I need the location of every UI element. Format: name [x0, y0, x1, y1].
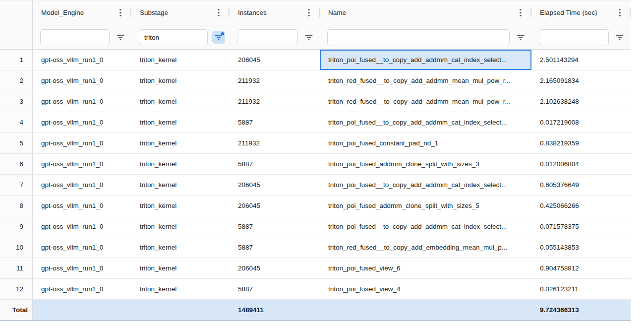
total-cell-name — [320, 300, 531, 320]
cell-model_engine[interactable]: gpt-oss_vllm_run1_0 — [33, 91, 131, 112]
cell-model_engine[interactable]: gpt-oss_vllm_run1_0 — [33, 154, 131, 174]
cell-elapsed[interactable]: 0.026123211 — [531, 279, 631, 299]
instances-filter-button[interactable] — [302, 31, 315, 44]
cell-model_engine[interactable]: gpt-oss_vllm_run1_0 — [33, 112, 131, 132]
cell-elapsed[interactable]: 0.904758812 — [531, 258, 631, 278]
cell-substage[interactable]: triton_kernel — [131, 237, 230, 258]
cell-model_engine[interactable]: gpt-oss_vllm_run1_0 — [33, 237, 131, 258]
cell-elapsed[interactable]: 0.055143853 — [531, 237, 631, 258]
cell-instances[interactable]: 206045 — [230, 196, 320, 216]
cell-elapsed[interactable]: 0.605376649 — [531, 175, 631, 195]
filter-cell-substage — [131, 25, 230, 49]
filter-lines-icon — [616, 34, 624, 41]
cell-substage[interactable]: triton_kernel — [131, 112, 230, 132]
instances-filter-input[interactable] — [237, 29, 298, 45]
model_engine-filter-input[interactable] — [40, 29, 110, 45]
cell-instances[interactable]: 5887 — [230, 237, 320, 258]
table-body: 1gpt-oss_vllm_run1_0triton_kernel206045t… — [0, 50, 631, 300]
cell-model_engine[interactable]: gpt-oss_vllm_run1_0 — [33, 175, 131, 195]
rownum-filter-cell — [0, 25, 33, 49]
cell-name[interactable]: triton_poi_fused_view_6 — [320, 258, 531, 278]
cell-elapsed[interactable]: 0.012006804 — [531, 154, 631, 174]
cell-model_engine[interactable]: gpt-oss_vllm_run1_0 — [33, 196, 131, 216]
cell-name[interactable]: triton_poi_fused__to_copy_add_addmm_cat_… — [320, 216, 531, 237]
model_engine-filter-button[interactable] — [114, 31, 127, 44]
cell-model_engine[interactable]: gpt-oss_vllm_run1_0 — [33, 279, 131, 299]
cell-elapsed[interactable]: 0.838219359 — [531, 133, 631, 153]
cell-instances[interactable]: 5887 — [230, 112, 320, 132]
column-menu-button[interactable] — [308, 8, 310, 17]
cell-name[interactable]: triton_poi_fused_addmm_clone_split_with_… — [320, 196, 531, 216]
row-number: 3 — [0, 91, 33, 112]
cell-instances[interactable]: 5887 — [230, 279, 320, 299]
cell-instances[interactable]: 211932 — [230, 91, 320, 112]
cell-elapsed[interactable]: 0.071578375 — [531, 216, 631, 237]
cell-instances[interactable]: 206045 — [230, 50, 320, 70]
total-cell-substage — [131, 300, 230, 320]
filter-row — [0, 25, 631, 50]
cell-model_engine[interactable]: gpt-oss_vllm_run1_0 — [33, 70, 131, 91]
column-header-instances[interactable]: Instances — [230, 0, 320, 25]
cell-model_engine[interactable]: gpt-oss_vllm_run1_0 — [33, 258, 131, 278]
cell-name-selected[interactable]: triton_poi_fused__to_copy_add_addmm_cat_… — [320, 50, 531, 70]
cell-instances[interactable]: 211932 — [230, 133, 320, 153]
kebab-vertical-icon — [119, 8, 121, 17]
cell-substage[interactable]: triton_kernel — [131, 50, 230, 70]
cell-elapsed[interactable]: 0.017219608 — [531, 112, 631, 132]
column-menu-button[interactable] — [119, 8, 121, 17]
filter-cell-name — [320, 25, 531, 49]
total-label: Total — [0, 300, 33, 320]
cell-instances[interactable]: 206045 — [230, 258, 320, 278]
cell-instances[interactable]: 211932 — [230, 70, 320, 91]
cell-model_engine[interactable]: gpt-oss_vllm_run1_0 — [33, 50, 131, 70]
cell-name[interactable]: triton_poi_fused_constant_pad_nd_1 — [320, 133, 531, 153]
total-cell-model_engine — [33, 300, 131, 320]
cell-substage[interactable]: triton_kernel — [131, 133, 230, 153]
name-filter-input[interactable] — [327, 29, 510, 45]
column-header-substage[interactable]: Substage — [131, 0, 230, 25]
cell-name[interactable]: triton_red_fused__to_copy_add_addmm_mean… — [320, 91, 531, 112]
cell-model_engine[interactable]: gpt-oss_vllm_run1_0 — [33, 216, 131, 237]
cell-elapsed[interactable]: 2.501143294 — [531, 50, 631, 70]
cell-instances[interactable]: 5887 — [230, 154, 320, 174]
cell-elapsed[interactable]: 2.165091834 — [531, 70, 631, 91]
cell-name[interactable]: triton_poi_fused__to_copy_add_addmm_cat_… — [320, 175, 531, 195]
column-separator[interactable] — [630, 8, 631, 17]
cell-substage[interactable]: triton_kernel — [131, 216, 230, 237]
column-menu-button[interactable] — [218, 8, 220, 17]
cell-elapsed[interactable]: 2.102638248 — [531, 91, 631, 112]
cell-name[interactable]: triton_red_fused__to_copy_add_embedding_… — [320, 237, 531, 258]
substage-filter-button[interactable] — [212, 31, 225, 44]
kebab-vertical-icon — [520, 8, 522, 17]
column-header-elapsed[interactable]: Elapsed Time (sec) — [531, 0, 631, 25]
cell-name[interactable]: triton_poi_fused__to_copy_add_addmm_cat_… — [320, 112, 531, 132]
substage-filter-input[interactable] — [139, 29, 208, 45]
elapsed-filter-button[interactable] — [613, 31, 626, 44]
row-number: 7 — [0, 175, 33, 195]
cell-substage[interactable]: triton_kernel — [131, 196, 230, 216]
table-row: 11gpt-oss_vllm_run1_0triton_kernel206045… — [0, 258, 631, 279]
cell-name[interactable]: triton_poi_fused_view_4 — [320, 279, 531, 299]
cell-substage[interactable]: triton_kernel — [131, 154, 230, 174]
total-cell-instances: 1489411 — [230, 300, 320, 320]
cell-substage[interactable]: triton_kernel — [131, 175, 230, 195]
cell-model_engine[interactable]: gpt-oss_vllm_run1_0 — [33, 133, 131, 153]
elapsed-filter-input[interactable] — [539, 29, 609, 45]
row-number: 6 — [0, 154, 33, 174]
name-filter-button[interactable] — [514, 31, 527, 44]
column-header-name[interactable]: Name — [320, 0, 531, 25]
row-number: 11 — [0, 258, 33, 278]
cell-elapsed[interactable]: 0.425066266 — [531, 196, 631, 216]
column-menu-button[interactable] — [520, 8, 522, 17]
cell-substage[interactable]: triton_kernel — [131, 70, 230, 91]
cell-instances[interactable]: 206045 — [230, 175, 320, 195]
cell-name[interactable]: triton_red_fused__to_copy_add_addmm_mean… — [320, 70, 531, 91]
cell-name[interactable]: triton_poi_fused_addmm_clone_split_with_… — [320, 154, 531, 174]
cell-substage[interactable]: triton_kernel — [131, 279, 230, 299]
column-menu-button[interactable] — [619, 8, 621, 17]
filter-cell-elapsed — [531, 25, 631, 49]
cell-instances[interactable]: 5887 — [230, 216, 320, 237]
column-header-model_engine[interactable]: Model_Engine — [33, 0, 131, 25]
cell-substage[interactable]: triton_kernel — [131, 91, 230, 112]
cell-substage[interactable]: triton_kernel — [131, 258, 230, 278]
